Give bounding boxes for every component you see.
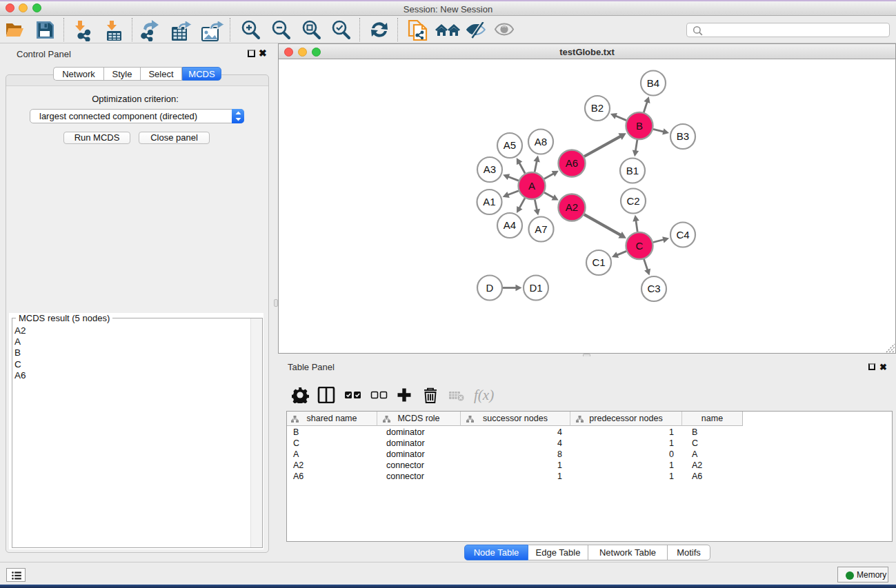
svg-text:D1: D1 bbox=[529, 282, 542, 294]
svg-text:A1: A1 bbox=[483, 196, 495, 207]
svg-text:A4: A4 bbox=[504, 219, 516, 231]
svg-text:B1: B1 bbox=[626, 165, 639, 176]
svg-text:B: B bbox=[636, 120, 643, 132]
svg-text:A5: A5 bbox=[504, 139, 516, 151]
svg-text:A: A bbox=[528, 180, 535, 192]
svg-text:A2: A2 bbox=[566, 201, 578, 213]
svg-text:A6: A6 bbox=[566, 157, 578, 169]
svg-text:C4: C4 bbox=[676, 229, 689, 241]
svg-text:B3: B3 bbox=[677, 130, 689, 142]
svg-text:B2: B2 bbox=[591, 102, 604, 114]
svg-text:C1: C1 bbox=[592, 256, 605, 268]
svg-text:B4: B4 bbox=[647, 77, 659, 89]
svg-text:f(x): f(x) bbox=[474, 387, 494, 403]
svg-text:C3: C3 bbox=[647, 283, 660, 294]
svg-text:D: D bbox=[486, 282, 494, 294]
svg-text:A8: A8 bbox=[535, 136, 547, 148]
svg-text:C: C bbox=[636, 240, 644, 252]
svg-text:C2: C2 bbox=[626, 195, 639, 207]
svg-text:A3: A3 bbox=[484, 163, 496, 175]
svg-text:A7: A7 bbox=[535, 223, 547, 235]
